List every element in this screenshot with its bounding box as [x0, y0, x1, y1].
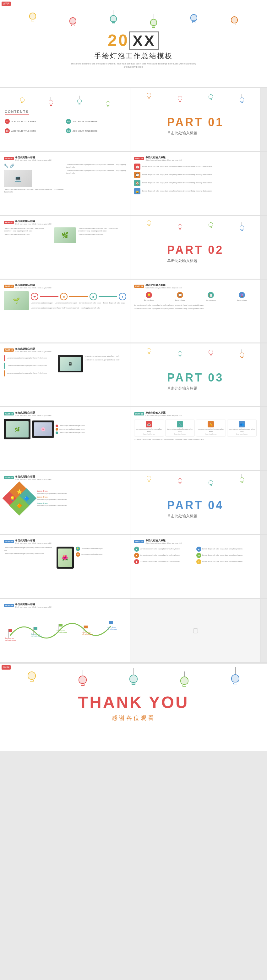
title-english: Those who adhere to the principles of wi… — [71, 62, 196, 68]
slide-diamond-subheading: Click here add your titled: Here as your… — [15, 478, 51, 480]
slide-monitor-header: PART 02 单击此处输入标题 Click here add your tit… — [4, 347, 126, 353]
part04-subtitle: 单击此处输入标题 — [167, 514, 224, 519]
slide-p4-list-subheading: Click here add your titled: Here as your… — [145, 542, 182, 544]
slide-p3-cards: PART 03 单击此处输入标题 Click here add your tit… — [130, 407, 261, 470]
icon-item-3: 🏠 Lorem drops salt cake sugar plum fancy… — [134, 180, 257, 186]
monitor-content: Lorem drops salt cake sugar plum fancy f… — [4, 355, 126, 377]
slide-p4-list-heading: 单击此处输入标题 — [145, 539, 182, 542]
dot-2 — [55, 428, 58, 431]
t-circle-4: ● — [119, 293, 126, 300]
part1-badge: PART 01 — [4, 157, 14, 160]
grid-icon-2: 💬 — [177, 292, 183, 298]
part1-badge-3: PART 01 — [4, 221, 14, 224]
slide-row-10: PART 04 单击此处输入标题 Click here add your tit… — [0, 599, 267, 663]
thank-you-slide: 演示网 THANK YOU 感谢各位观看 — [0, 663, 267, 751]
slide-p3-subheading: Click here add your titled: Here as your… — [15, 415, 51, 417]
slide-tablet-header: PART 04 单击此处输入标题 Click here add your tit… — [4, 539, 126, 544]
p4-l-1: ▲ Lorem drops salt cake sugar plum fancy… — [134, 547, 194, 552]
part04-number: PART 04 — [167, 499, 224, 512]
wp-label-4: Lorem dropssalt cake sugar — [82, 631, 92, 635]
slide-row-5: PART 02 单击此处输入标题 Click here add your tit… — [0, 280, 267, 344]
slide-row-2: CONTENTS 01 ADD YOUR TITLE HERE 02 ADD Y… — [0, 88, 267, 152]
monitor-img-2: 🌸 — [32, 420, 54, 438]
slide-row-8: PART 03 单击此处输入标题 Click here add your tit… — [0, 471, 267, 535]
monitor-text-1: Lorem drops salt cake sugar plum fancy f… — [4, 355, 56, 361]
d3-icon: 🔷 — [24, 496, 29, 501]
cards-bottom-text: Lorem drops salt cake sugar plum fancy f… — [134, 438, 257, 441]
slide-row-6: PART 02 单击此处输入标题 Click here add your tit… — [0, 344, 267, 407]
part04-content: PART 04 单击此处输入标题 — [167, 499, 224, 519]
wave-svg — [4, 611, 123, 645]
tab-icon-2: ⚙ — [76, 552, 80, 557]
tablet-left-text: Lorem drops salt cake sugar plum fancy f… — [4, 547, 55, 555]
contents-bulbs — [5, 93, 125, 108]
sm-bulb-f — [178, 221, 182, 231]
svg-rect-2 — [33, 627, 37, 630]
sm-bulb-j — [178, 348, 182, 358]
part4-badge-2: PART 04 — [134, 540, 144, 543]
plant-text-right: Lorem drops salt cake sugar plum fancy f… — [78, 228, 126, 236]
slide-part04-list: PART 04 单击此处输入标题 Click here add your tit… — [130, 535, 261, 598]
roadmap-viz: Lorem dropssalt cake sugar Lorem dropssa… — [4, 611, 126, 648]
sm-bulb-4 — [106, 98, 110, 107]
p4-icon-5: ★ — [196, 553, 201, 558]
slide-part03-monitors: PART 03 单击此处输入标题 Click here add your tit… — [0, 407, 130, 470]
slide-tablet-heading: 单击此处输入标题 — [15, 539, 51, 542]
slide-tablet-subheading: Click here add your titled: Here as your… — [15, 542, 51, 544]
ty-bulb-4 — [180, 671, 188, 687]
timeline-right: ❤ ★ ◆ ● Lorem drops salt cake sugar Lore… — [31, 291, 126, 309]
slide-empty: ▢ — [130, 599, 261, 662]
p3-right-text: Lorem drops salt cake sugar plum Lorem d… — [55, 425, 126, 434]
monitor-right-text: Lorem drops salt cake sugar plum fancy f… — [85, 355, 126, 361]
grid-icon-1: 💡 — [146, 292, 152, 298]
p4-list-right: ● Lorem drops salt cake sugar plum fancy… — [196, 547, 257, 564]
card-icon-3: ✏️ — [208, 421, 214, 427]
part01-subtitle: 单击此处输入标题 — [167, 130, 224, 136]
slide-roadmap-header: PART 04 单击此处输入标题 Click here add your tit… — [4, 603, 126, 608]
t-circle-3: ◆ — [90, 293, 97, 300]
contents-title: CONTENTS — [5, 110, 29, 115]
bulb-decoration-top — [6, 6, 261, 29]
slide-row-3: PART 01 单击此处输入标题 Click here add your tit… — [0, 152, 267, 216]
grid-icon-4: 🔮 — [239, 292, 245, 298]
tab-icon-1: 💡 — [76, 547, 80, 551]
slide-laptop-header: PART 01 单击此处输入标题 Click here add your tit… — [4, 156, 126, 161]
bulb-green — [150, 14, 157, 28]
p3-text-3: Lorem drops salt cake sugar plum — [55, 431, 126, 434]
p4-r-1: ● Lorem drops salt cake sugar plum fancy… — [196, 547, 257, 552]
grid-item-3: 📋 Lorem drops — [196, 292, 226, 302]
part4-badge: PART 04 — [4, 540, 14, 543]
sm-bulb-i — [147, 345, 151, 358]
tablet-content: Lorem drops salt cake sugar plum fancy f… — [4, 547, 126, 569]
slide-icons-header: PART 01 单击此处输入标题 Click here add your tit… — [134, 156, 257, 161]
wp-label-2: Lorem dropssalt cake sugar — [32, 633, 42, 637]
thank-you-text: THANK YOU — [78, 693, 189, 712]
slide-p3-cards-subheading: Click here add your titled: Here as your… — [145, 415, 182, 417]
svg-rect-6 — [84, 625, 88, 628]
slide-p4-list-header: PART 04 单击此处输入标题 Click here add your tit… — [134, 539, 257, 544]
d-text-3: Lorem drops salt cake sugar plum fancy f… — [37, 502, 126, 507]
grid-item-2: 💬 Lorem drops — [165, 292, 195, 302]
ty-bulb-3 — [130, 668, 137, 685]
laptop-caption: Lorem drops salt cake sugar plum fancy f… — [4, 188, 64, 193]
p4-list-left: ▲ Lorem drops salt cake sugar plum fancy… — [134, 547, 194, 564]
slide-row-9: PART 04 单击此处输入标题 Click here add your tit… — [0, 535, 267, 599]
diamond-text: Lorem drops salt cake sugar plum fancy f… — [37, 490, 126, 507]
slide-p3-cards-heading: 单击此处输入标题 — [145, 411, 182, 415]
dot-1 — [55, 425, 58, 427]
d-text-1: Lorem drops salt cake sugar plum fancy f… — [37, 490, 126, 495]
vbar-1 — [4, 355, 5, 361]
laptop-right: Lorem drops salt cake sugar plum fancy f… — [66, 164, 126, 175]
part04-bulbs — [130, 471, 261, 487]
title-slide: 演示网 — [0, 0, 267, 88]
part02-content: PART 02 单击此处输入标题 — [167, 243, 224, 264]
tablet-r-2: ⚙ Lorem drops salt cake sugar — [76, 552, 126, 557]
p4-l-3: ◆ Lorem drops salt cake sugar plum fancy… — [134, 559, 194, 564]
part2-badge: PART 02 — [4, 285, 14, 288]
timeline-row-1: ❤ ★ ◆ ● — [31, 293, 126, 300]
sm-bulb-d — [240, 94, 244, 103]
slide-row-7: PART 03 单击此处输入标题 Click here add your tit… — [0, 407, 267, 471]
contents-grid: 01 ADD YOUR TITLE HERE 02 ADD YOUR TITLE… — [5, 118, 125, 135]
laptop-left: 🔧 🔗 💻 Lorem drops salt cake sugar plum f… — [4, 164, 64, 193]
slide-icon-grid: PART 02 单击此处输入标题 Click here add your tit… — [130, 280, 261, 342]
